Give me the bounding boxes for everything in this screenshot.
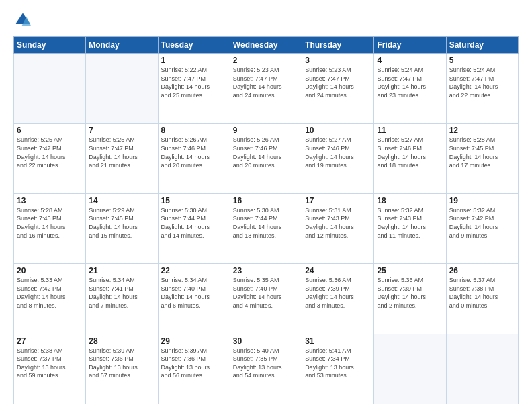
day-detail: Sunrise: 5:26 AM Sunset: 7:46 PM Dayligh… xyxy=(233,136,299,169)
day-number: 17 xyxy=(305,196,371,205)
calendar-cell: 7Sunrise: 5:25 AM Sunset: 7:47 PM Daylig… xyxy=(86,124,158,193)
calendar-cell: 26Sunrise: 5:37 AM Sunset: 7:38 PM Dayli… xyxy=(446,264,518,334)
day-number: 19 xyxy=(449,196,515,205)
calendar-week-row: 20Sunrise: 5:33 AM Sunset: 7:42 PM Dayli… xyxy=(14,264,519,334)
calendar-cell: 10Sunrise: 5:27 AM Sunset: 7:46 PM Dayli… xyxy=(302,124,374,193)
calendar-cell: 23Sunrise: 5:35 AM Sunset: 7:40 PM Dayli… xyxy=(230,264,302,334)
day-number: 15 xyxy=(161,196,227,205)
calendar-week-row: 27Sunrise: 5:38 AM Sunset: 7:37 PM Dayli… xyxy=(14,334,519,404)
calendar-cell: 19Sunrise: 5:32 AM Sunset: 7:42 PM Dayli… xyxy=(446,193,518,263)
header xyxy=(13,11,519,30)
day-detail: Sunrise: 5:36 AM Sunset: 7:39 PM Dayligh… xyxy=(305,276,371,310)
day-detail: Sunrise: 5:33 AM Sunset: 7:42 PM Dayligh… xyxy=(17,276,83,310)
day-number: 18 xyxy=(377,196,443,205)
day-number: 27 xyxy=(17,336,83,346)
day-number: 1 xyxy=(161,56,227,65)
day-number: 16 xyxy=(233,196,299,205)
calendar-cell: 25Sunrise: 5:36 AM Sunset: 7:39 PM Dayli… xyxy=(374,264,446,334)
day-number: 5 xyxy=(449,56,515,65)
day-detail: Sunrise: 5:38 AM Sunset: 7:37 PM Dayligh… xyxy=(17,347,83,380)
calendar-cell: 31Sunrise: 5:41 AM Sunset: 7:34 PM Dayli… xyxy=(302,334,374,404)
calendar-header-monday: Monday xyxy=(86,37,158,54)
day-number: 31 xyxy=(305,336,371,346)
day-detail: Sunrise: 5:32 AM Sunset: 7:43 PM Dayligh… xyxy=(377,206,443,240)
day-detail: Sunrise: 5:40 AM Sunset: 7:35 PM Dayligh… xyxy=(233,347,299,380)
calendar-week-row: 1Sunrise: 5:22 AM Sunset: 7:47 PM Daylig… xyxy=(14,54,519,124)
calendar-header-wednesday: Wednesday xyxy=(230,37,302,54)
day-number: 3 xyxy=(305,56,371,65)
day-detail: Sunrise: 5:22 AM Sunset: 7:47 PM Dayligh… xyxy=(161,66,227,99)
day-detail: Sunrise: 5:25 AM Sunset: 7:47 PM Dayligh… xyxy=(89,136,154,169)
calendar-header-tuesday: Tuesday xyxy=(158,37,230,54)
day-number: 30 xyxy=(233,336,299,346)
day-detail: Sunrise: 5:27 AM Sunset: 7:46 PM Dayligh… xyxy=(377,136,443,169)
logo-icon xyxy=(13,11,32,30)
day-detail: Sunrise: 5:29 AM Sunset: 7:45 PM Dayligh… xyxy=(89,206,154,240)
day-detail: Sunrise: 5:32 AM Sunset: 7:42 PM Dayligh… xyxy=(449,206,515,240)
day-detail: Sunrise: 5:25 AM Sunset: 7:47 PM Dayligh… xyxy=(17,136,83,169)
calendar-cell: 3Sunrise: 5:23 AM Sunset: 7:47 PM Daylig… xyxy=(302,54,374,124)
day-number: 20 xyxy=(17,266,83,275)
day-number: 23 xyxy=(233,266,299,275)
calendar-header-friday: Friday xyxy=(374,37,446,54)
calendar-week-row: 13Sunrise: 5:28 AM Sunset: 7:45 PM Dayli… xyxy=(14,193,519,263)
calendar-cell: 30Sunrise: 5:40 AM Sunset: 7:35 PM Dayli… xyxy=(230,334,302,404)
day-detail: Sunrise: 5:35 AM Sunset: 7:40 PM Dayligh… xyxy=(233,276,299,310)
calendar-cell xyxy=(446,334,518,404)
calendar-cell: 17Sunrise: 5:31 AM Sunset: 7:43 PM Dayli… xyxy=(302,193,374,263)
calendar-cell: 2Sunrise: 5:23 AM Sunset: 7:47 PM Daylig… xyxy=(230,54,302,124)
calendar-cell: 6Sunrise: 5:25 AM Sunset: 7:47 PM Daylig… xyxy=(14,124,86,193)
day-number: 7 xyxy=(89,126,154,135)
day-number: 26 xyxy=(449,266,515,275)
day-number: 10 xyxy=(305,126,371,135)
day-detail: Sunrise: 5:36 AM Sunset: 7:39 PM Dayligh… xyxy=(377,276,443,310)
day-detail: Sunrise: 5:30 AM Sunset: 7:44 PM Dayligh… xyxy=(233,206,299,240)
calendar-cell: 28Sunrise: 5:39 AM Sunset: 7:36 PM Dayli… xyxy=(86,334,158,404)
calendar-cell: 9Sunrise: 5:26 AM Sunset: 7:46 PM Daylig… xyxy=(230,124,302,193)
calendar-cell: 5Sunrise: 5:24 AM Sunset: 7:47 PM Daylig… xyxy=(446,54,518,124)
calendar-page: SundayMondayTuesdayWednesdayThursdayFrid… xyxy=(0,0,532,411)
calendar-week-row: 6Sunrise: 5:25 AM Sunset: 7:47 PM Daylig… xyxy=(14,124,519,193)
day-detail: Sunrise: 5:39 AM Sunset: 7:36 PM Dayligh… xyxy=(89,347,154,380)
day-detail: Sunrise: 5:28 AM Sunset: 7:45 PM Dayligh… xyxy=(17,206,83,240)
calendar-cell: 21Sunrise: 5:34 AM Sunset: 7:41 PM Dayli… xyxy=(86,264,158,334)
day-number: 21 xyxy=(89,266,154,275)
calendar-header-thursday: Thursday xyxy=(302,37,374,54)
calendar-cell: 27Sunrise: 5:38 AM Sunset: 7:37 PM Dayli… xyxy=(14,334,86,404)
day-detail: Sunrise: 5:24 AM Sunset: 7:47 PM Dayligh… xyxy=(377,66,443,99)
calendar-cell: 12Sunrise: 5:28 AM Sunset: 7:45 PM Dayli… xyxy=(446,124,518,193)
calendar-cell: 13Sunrise: 5:28 AM Sunset: 7:45 PM Dayli… xyxy=(14,193,86,263)
day-detail: Sunrise: 5:24 AM Sunset: 7:47 PM Dayligh… xyxy=(449,66,515,99)
day-number: 11 xyxy=(377,126,443,135)
day-detail: Sunrise: 5:27 AM Sunset: 7:46 PM Dayligh… xyxy=(305,136,371,169)
day-detail: Sunrise: 5:34 AM Sunset: 7:40 PM Dayligh… xyxy=(161,276,227,310)
calendar-header-sunday: Sunday xyxy=(14,37,86,54)
day-detail: Sunrise: 5:41 AM Sunset: 7:34 PM Dayligh… xyxy=(305,347,371,380)
day-detail: Sunrise: 5:39 AM Sunset: 7:36 PM Dayligh… xyxy=(161,347,227,380)
day-detail: Sunrise: 5:30 AM Sunset: 7:44 PM Dayligh… xyxy=(161,206,227,240)
calendar-cell: 20Sunrise: 5:33 AM Sunset: 7:42 PM Dayli… xyxy=(14,264,86,334)
day-number: 22 xyxy=(161,266,227,275)
calendar-cell: 22Sunrise: 5:34 AM Sunset: 7:40 PM Dayli… xyxy=(158,264,230,334)
day-detail: Sunrise: 5:26 AM Sunset: 7:46 PM Dayligh… xyxy=(161,136,227,169)
day-number: 28 xyxy=(89,336,154,346)
calendar-cell: 24Sunrise: 5:36 AM Sunset: 7:39 PM Dayli… xyxy=(302,264,374,334)
day-number: 2 xyxy=(233,56,299,65)
day-detail: Sunrise: 5:28 AM Sunset: 7:45 PM Dayligh… xyxy=(449,136,515,169)
calendar-cell: 18Sunrise: 5:32 AM Sunset: 7:43 PM Dayli… xyxy=(374,193,446,263)
day-number: 9 xyxy=(233,126,299,135)
calendar-cell: 8Sunrise: 5:26 AM Sunset: 7:46 PM Daylig… xyxy=(158,124,230,193)
day-number: 24 xyxy=(305,266,371,275)
calendar-cell: 14Sunrise: 5:29 AM Sunset: 7:45 PM Dayli… xyxy=(86,193,158,263)
logo xyxy=(13,11,35,30)
calendar-cell: 15Sunrise: 5:30 AM Sunset: 7:44 PM Dayli… xyxy=(158,193,230,263)
day-detail: Sunrise: 5:23 AM Sunset: 7:47 PM Dayligh… xyxy=(305,66,371,99)
calendar-table: SundayMondayTuesdayWednesdayThursdayFrid… xyxy=(13,36,519,404)
day-number: 12 xyxy=(449,126,515,135)
calendar-cell: 29Sunrise: 5:39 AM Sunset: 7:36 PM Dayli… xyxy=(158,334,230,404)
day-number: 6 xyxy=(17,126,83,135)
day-detail: Sunrise: 5:23 AM Sunset: 7:47 PM Dayligh… xyxy=(233,66,299,99)
calendar-header-row: SundayMondayTuesdayWednesdayThursdayFrid… xyxy=(14,37,519,54)
day-number: 14 xyxy=(89,196,154,205)
calendar-cell xyxy=(86,54,158,124)
